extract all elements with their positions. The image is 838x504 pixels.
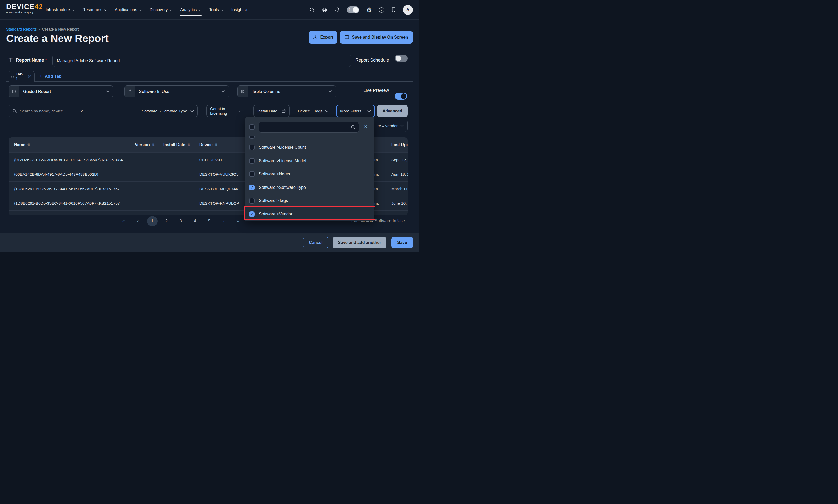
drag-handle-icon[interactable] bbox=[12, 75, 14, 78]
advanced-button[interactable]: Advanced bbox=[377, 105, 408, 117]
checkbox[interactable] bbox=[249, 198, 255, 203]
panel-search-input[interactable] bbox=[262, 125, 351, 130]
select-all-checkbox[interactable] bbox=[249, 124, 255, 130]
pagination-page-4[interactable]: 4 bbox=[188, 216, 202, 227]
download-icon bbox=[313, 35, 318, 40]
device42-logo[interactable]: DEVICE42 A Freshworks Company bbox=[6, 3, 43, 14]
pagination-first[interactable]: « bbox=[117, 216, 131, 227]
checkbox[interactable] bbox=[249, 158, 255, 164]
bookmark-icon[interactable] bbox=[391, 7, 396, 13]
export-button[interactable]: Export bbox=[309, 31, 337, 43]
breadcrumb-separator: › bbox=[39, 27, 40, 31]
user-avatar[interactable]: A bbox=[403, 5, 413, 15]
menu-infrastructure[interactable]: Infrastructure bbox=[46, 0, 74, 20]
option-license-model[interactable]: Software >License Model bbox=[245, 154, 374, 167]
pagination-prev[interactable]: ‹ bbox=[131, 216, 145, 227]
breadcrumb-standard-reports[interactable]: Standard Reports bbox=[6, 27, 37, 31]
save-button[interactable]: Save bbox=[391, 237, 413, 248]
pagination-page-5[interactable]: 5 bbox=[202, 216, 216, 227]
cell-time-fragment: m. bbox=[374, 196, 379, 211]
top-nav-bar: DEVICE42 A Freshworks Company Infrastruc… bbox=[0, 0, 419, 20]
filter-more-filters[interactable]: More Filters bbox=[336, 105, 375, 117]
panel-divider bbox=[245, 135, 374, 136]
save-and-display-button[interactable]: Save and Display On Screen bbox=[340, 31, 413, 43]
notifications-bell-icon[interactable] bbox=[335, 7, 340, 13]
column-header-name[interactable]: Name⇅ bbox=[14, 137, 30, 152]
more-filters-dropdown-panel: × Software >License Count Software >Lice… bbox=[245, 117, 374, 220]
globe-icon[interactable] bbox=[322, 7, 327, 13]
checkbox-checked[interactable] bbox=[249, 185, 255, 191]
cell-last-updated: June 16, 2 bbox=[391, 196, 408, 211]
logo-tagline: A Freshworks Company bbox=[6, 11, 43, 14]
report-name-input[interactable] bbox=[52, 55, 351, 67]
cell-time-fragment: m. bbox=[374, 182, 379, 196]
column-header-device[interactable]: Device⇅ bbox=[199, 137, 218, 152]
report-schedule-toggle[interactable] bbox=[395, 55, 408, 62]
pagination-page-2[interactable]: 2 bbox=[159, 216, 174, 227]
pagination-page-3[interactable]: 3 bbox=[174, 216, 188, 227]
tab-1[interactable]: Tab 1 bbox=[8, 71, 35, 82]
data-source-select[interactable]: Software In Use bbox=[124, 86, 229, 97]
checkbox[interactable] bbox=[249, 145, 255, 150]
theme-toggle[interactable]: ☾ bbox=[347, 6, 359, 13]
table-columns-select[interactable]: Table Columns bbox=[237, 86, 336, 97]
menu-tools[interactable]: Tools bbox=[209, 0, 223, 20]
pagination-last[interactable]: » bbox=[231, 216, 245, 227]
column-header-install-date[interactable]: Install Date⇅ bbox=[163, 137, 190, 152]
pagination-page-1[interactable]: 1 bbox=[145, 216, 159, 227]
add-tab-button[interactable]: + Add Tab bbox=[39, 73, 61, 79]
footer-action-bar: Cancel Save and add another Save bbox=[0, 233, 419, 252]
search-icon[interactable] bbox=[309, 7, 315, 13]
sort-icon[interactable]: ⇅ bbox=[188, 143, 190, 147]
option-notes[interactable]: Software >Notes bbox=[245, 167, 374, 181]
help-icon[interactable]: ? bbox=[379, 7, 384, 13]
option-tags[interactable]: Software >Tags bbox=[245, 194, 374, 207]
filter-software-type[interactable]: Software→Software Type bbox=[138, 105, 198, 117]
main-menu: Infrastructure Resources Applications Di… bbox=[46, 0, 248, 20]
edit-pencil-icon[interactable] bbox=[28, 74, 32, 79]
wrench-icon bbox=[125, 86, 135, 97]
chevron-down-icon bbox=[191, 110, 194, 112]
close-icon[interactable]: × bbox=[364, 124, 368, 129]
sort-icon[interactable]: ⇅ bbox=[28, 143, 30, 147]
menu-applications[interactable]: Applications bbox=[115, 0, 142, 20]
cell-last-updated: Sept. 17, 2 bbox=[391, 152, 408, 167]
sort-icon[interactable]: ⇅ bbox=[215, 143, 218, 147]
cell-time-fragment: m. bbox=[374, 167, 379, 182]
cell-name: {1D8E6291-B0D5-35EC-8441-6616F567A0F7}.K… bbox=[14, 182, 120, 196]
menu-discovery[interactable]: Discovery bbox=[149, 0, 172, 20]
cell-time-fragment: m. bbox=[374, 152, 379, 167]
chevron-down-icon bbox=[368, 110, 371, 112]
moon-icon: ☾ bbox=[348, 7, 351, 12]
filter-install-date[interactable]: Install Date bbox=[253, 105, 290, 117]
settings-gear-icon[interactable]: ⚙ bbox=[366, 7, 372, 13]
option-software-type[interactable]: Software >Software Type bbox=[245, 181, 374, 194]
clear-search-icon[interactable]: × bbox=[80, 109, 83, 114]
search-input[interactable] bbox=[19, 109, 77, 114]
report-type-select[interactable]: Guided Report bbox=[8, 86, 113, 97]
cancel-button[interactable]: Cancel bbox=[303, 237, 328, 248]
column-header-version[interactable]: Version⇅ bbox=[135, 137, 155, 152]
checkbox-checked[interactable] bbox=[249, 211, 255, 217]
option-license-count[interactable]: Software >License Count bbox=[245, 141, 374, 154]
live-preview-toggle[interactable] bbox=[395, 93, 407, 100]
menu-resources[interactable]: Resources bbox=[83, 0, 107, 20]
menu-insights[interactable]: Insights+ bbox=[231, 0, 248, 20]
sort-icon[interactable]: ⇅ bbox=[152, 143, 155, 147]
pagination-next[interactable]: › bbox=[216, 216, 231, 227]
filter-device-tags[interactable]: Device→Tags bbox=[294, 105, 332, 117]
target-icon bbox=[9, 86, 19, 97]
calendar-icon bbox=[281, 109, 286, 113]
column-header-last-updated[interactable]: Last Upd bbox=[391, 137, 408, 152]
save-and-add-another-button[interactable]: Save and add another bbox=[333, 237, 386, 248]
filter-count-in-licensing[interactable]: Count in Licensing bbox=[206, 105, 245, 117]
checkbox[interactable] bbox=[249, 171, 255, 177]
chevron-down-icon bbox=[104, 9, 107, 11]
option-vendor[interactable]: Software >Vendor bbox=[245, 208, 374, 221]
chevron-down-icon bbox=[170, 9, 172, 11]
breadcrumb: Standard Reports › Create a New Report bbox=[6, 27, 78, 31]
menu-analytics[interactable]: Analytics bbox=[180, 0, 201, 20]
cell-device: DESKTOP-VUUK3Q5 bbox=[199, 167, 238, 182]
live-preview-label: Live Preview bbox=[363, 88, 389, 93]
chevron-down-icon bbox=[221, 9, 224, 11]
